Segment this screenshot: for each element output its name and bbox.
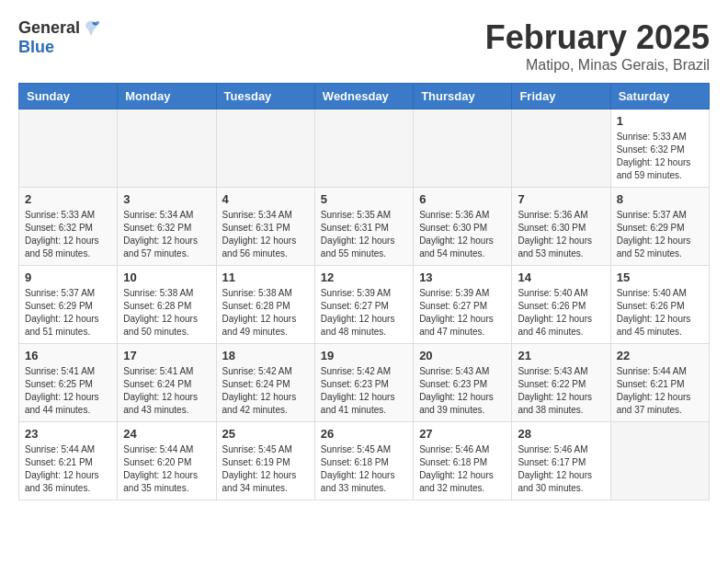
day-number: 5 — [321, 192, 407, 206]
day-info: Sunrise: 5:38 AM Sunset: 6:28 PM Dayligh… — [222, 287, 309, 339]
day-info: Sunrise: 5:41 AM Sunset: 6:24 PM Dayligh… — [123, 365, 210, 417]
week-row-3: 16Sunrise: 5:41 AM Sunset: 6:25 PM Dayli… — [19, 344, 710, 422]
calendar-cell: 15Sunrise: 5:40 AM Sunset: 6:26 PM Dayli… — [610, 266, 709, 344]
calendar-cell: 21Sunrise: 5:43 AM Sunset: 6:22 PM Dayli… — [512, 344, 610, 422]
calendar-cell: 8Sunrise: 5:37 AM Sunset: 6:29 PM Daylig… — [610, 188, 709, 266]
day-info: Sunrise: 5:39 AM Sunset: 6:27 PM Dayligh… — [419, 287, 506, 339]
day-number: 1 — [617, 114, 703, 128]
day-info: Sunrise: 5:42 AM Sunset: 6:23 PM Dayligh… — [321, 365, 407, 417]
calendar-cell: 25Sunrise: 5:45 AM Sunset: 6:19 PM Dayli… — [216, 422, 314, 500]
logo-bird-icon — [82, 19, 100, 38]
page-header: General Blue February 2025 Matipo, Minas… — [18, 18, 710, 74]
day-number: 22 — [617, 349, 703, 362]
day-info: Sunrise: 5:45 AM Sunset: 6:19 PM Dayligh… — [222, 443, 309, 495]
calendar-cell: 7Sunrise: 5:36 AM Sunset: 6:30 PM Daylig… — [512, 188, 610, 266]
day-number: 25 — [222, 427, 309, 441]
calendar-cell: 22Sunrise: 5:44 AM Sunset: 6:21 PM Dayli… — [610, 344, 709, 422]
week-row-4: 23Sunrise: 5:44 AM Sunset: 6:21 PM Dayli… — [19, 422, 710, 500]
day-info: Sunrise: 5:40 AM Sunset: 6:26 PM Dayligh… — [617, 287, 703, 339]
calendar-cell — [512, 109, 610, 188]
calendar-cell: 9Sunrise: 5:37 AM Sunset: 6:29 PM Daylig… — [19, 266, 118, 344]
day-info: Sunrise: 5:46 AM Sunset: 6:18 PM Dayligh… — [419, 443, 506, 495]
day-number: 15 — [617, 270, 703, 284]
logo: General Blue — [18, 18, 100, 57]
calendar-cell: 19Sunrise: 5:42 AM Sunset: 6:23 PM Dayli… — [314, 344, 413, 422]
day-info: Sunrise: 5:36 AM Sunset: 6:30 PM Dayligh… — [419, 209, 506, 260]
calendar-table: SundayMondayTuesdayWednesdayThursdayFrid… — [18, 83, 710, 500]
day-info: Sunrise: 5:46 AM Sunset: 6:17 PM Dayligh… — [518, 443, 604, 495]
calendar-cell: 27Sunrise: 5:46 AM Sunset: 6:18 PM Dayli… — [414, 422, 512, 500]
day-number: 12 — [321, 270, 407, 284]
day-info: Sunrise: 5:37 AM Sunset: 6:29 PM Dayligh… — [25, 287, 111, 339]
calendar-cell: 13Sunrise: 5:39 AM Sunset: 6:27 PM Dayli… — [414, 266, 512, 344]
day-info: Sunrise: 5:44 AM Sunset: 6:21 PM Dayligh… — [25, 443, 111, 495]
calendar-cell: 12Sunrise: 5:39 AM Sunset: 6:27 PM Dayli… — [314, 266, 413, 344]
calendar-cell — [19, 109, 118, 188]
day-number: 3 — [123, 192, 210, 206]
day-info: Sunrise: 5:45 AM Sunset: 6:18 PM Dayligh… — [321, 443, 407, 495]
calendar-cell — [314, 109, 413, 188]
logo-general-text: General — [18, 18, 80, 38]
day-number: 10 — [123, 270, 210, 284]
header-tuesday: Tuesday — [216, 84, 314, 109]
calendar-cell — [610, 422, 709, 500]
day-number: 23 — [25, 427, 111, 441]
location-title: Matipo, Minas Gerais, Brazil — [485, 57, 710, 74]
day-number: 14 — [518, 270, 604, 284]
header-row: SundayMondayTuesdayWednesdayThursdayFrid… — [19, 84, 710, 109]
day-number: 17 — [123, 349, 210, 362]
calendar-cell — [216, 109, 314, 188]
day-info: Sunrise: 5:42 AM Sunset: 6:24 PM Dayligh… — [222, 365, 309, 417]
calendar-cell: 14Sunrise: 5:40 AM Sunset: 6:26 PM Dayli… — [512, 266, 610, 344]
day-info: Sunrise: 5:39 AM Sunset: 6:27 PM Dayligh… — [321, 287, 407, 339]
calendar-cell: 20Sunrise: 5:43 AM Sunset: 6:23 PM Dayli… — [414, 344, 512, 422]
calendar-cell: 23Sunrise: 5:44 AM Sunset: 6:21 PM Dayli… — [19, 422, 118, 500]
calendar-cell: 24Sunrise: 5:44 AM Sunset: 6:20 PM Dayli… — [118, 422, 216, 500]
day-info: Sunrise: 5:43 AM Sunset: 6:22 PM Dayligh… — [518, 365, 604, 417]
week-row-1: 2Sunrise: 5:33 AM Sunset: 6:32 PM Daylig… — [19, 188, 710, 266]
calendar-cell — [118, 109, 216, 188]
day-number: 16 — [25, 349, 111, 362]
header-saturday: Saturday — [610, 84, 709, 109]
day-number: 7 — [518, 192, 604, 206]
calendar-cell: 28Sunrise: 5:46 AM Sunset: 6:17 PM Dayli… — [512, 422, 610, 500]
day-number: 21 — [518, 349, 604, 362]
day-number: 27 — [419, 427, 506, 441]
title-section: February 2025 Matipo, Minas Gerais, Braz… — [485, 18, 710, 74]
day-number: 9 — [25, 270, 111, 284]
calendar-cell: 17Sunrise: 5:41 AM Sunset: 6:24 PM Dayli… — [118, 344, 216, 422]
day-number: 20 — [419, 349, 506, 362]
header-monday: Monday — [118, 84, 216, 109]
header-thursday: Thursday — [414, 84, 512, 109]
header-friday: Friday — [512, 84, 610, 109]
day-number: 8 — [617, 192, 703, 206]
calendar-cell: 10Sunrise: 5:38 AM Sunset: 6:28 PM Dayli… — [118, 266, 216, 344]
day-info: Sunrise: 5:43 AM Sunset: 6:23 PM Dayligh… — [419, 365, 506, 417]
calendar-cell: 16Sunrise: 5:41 AM Sunset: 6:25 PM Dayli… — [19, 344, 118, 422]
calendar-cell: 1Sunrise: 5:33 AM Sunset: 6:32 PM Daylig… — [610, 109, 709, 188]
calendar-cell: 5Sunrise: 5:35 AM Sunset: 6:31 PM Daylig… — [314, 188, 413, 266]
day-info: Sunrise: 5:33 AM Sunset: 6:32 PM Dayligh… — [25, 209, 111, 260]
header-sunday: Sunday — [19, 84, 118, 109]
month-title: February 2025 — [485, 18, 710, 57]
day-info: Sunrise: 5:35 AM Sunset: 6:31 PM Dayligh… — [321, 209, 407, 260]
day-info: Sunrise: 5:44 AM Sunset: 6:21 PM Dayligh… — [617, 365, 703, 417]
day-info: Sunrise: 5:33 AM Sunset: 6:32 PM Dayligh… — [617, 131, 703, 182]
day-number: 13 — [419, 270, 506, 284]
calendar-cell: 18Sunrise: 5:42 AM Sunset: 6:24 PM Dayli… — [216, 344, 314, 422]
day-number: 11 — [222, 270, 309, 284]
calendar-cell: 26Sunrise: 5:45 AM Sunset: 6:18 PM Dayli… — [314, 422, 413, 500]
day-info: Sunrise: 5:40 AM Sunset: 6:26 PM Dayligh… — [518, 287, 604, 339]
day-number: 26 — [321, 427, 407, 441]
week-row-2: 9Sunrise: 5:37 AM Sunset: 6:29 PM Daylig… — [19, 266, 710, 344]
day-info: Sunrise: 5:34 AM Sunset: 6:32 PM Dayligh… — [123, 209, 210, 260]
day-info: Sunrise: 5:37 AM Sunset: 6:29 PM Dayligh… — [617, 209, 703, 260]
calendar-cell: 6Sunrise: 5:36 AM Sunset: 6:30 PM Daylig… — [414, 188, 512, 266]
day-number: 18 — [222, 349, 309, 362]
day-info: Sunrise: 5:34 AM Sunset: 6:31 PM Dayligh… — [222, 209, 309, 260]
day-number: 24 — [123, 427, 210, 441]
calendar-cell — [414, 109, 512, 188]
day-number: 4 — [222, 192, 309, 206]
day-number: 19 — [321, 349, 407, 362]
header-wednesday: Wednesday — [314, 84, 413, 109]
